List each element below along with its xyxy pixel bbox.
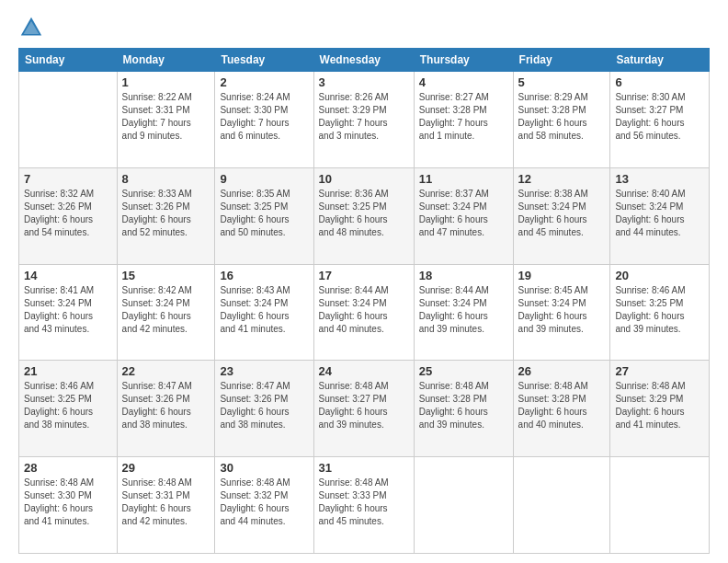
day-cell: 9Sunrise: 8:35 AM Sunset: 3:25 PM Daylig… [215,167,313,264]
day-number: 11 [419,172,508,186]
day-info: Sunrise: 8:30 AM Sunset: 3:27 PM Dayligh… [615,91,704,143]
day-number: 12 [518,172,606,186]
header-row: SundayMondayTuesdayWednesdayThursdayFrid… [19,49,710,72]
day-info: Sunrise: 8:44 AM Sunset: 3:24 PM Dayligh… [419,284,508,336]
day-info: Sunrise: 8:45 AM Sunset: 3:24 PM Dayligh… [518,284,606,336]
day-number: 31 [319,461,409,475]
day-info: Sunrise: 8:38 AM Sunset: 3:24 PM Dayligh… [518,188,606,239]
day-header-wednesday: Wednesday [313,49,414,72]
day-cell: 30Sunrise: 8:48 AM Sunset: 3:32 PM Dayli… [215,457,313,554]
day-info: Sunrise: 8:43 AM Sunset: 3:24 PM Dayligh… [220,284,308,336]
day-cell: 24Sunrise: 8:48 AM Sunset: 3:27 PM Dayli… [313,361,414,457]
day-number: 5 [518,75,606,89]
day-number: 30 [220,461,308,475]
week-row-0: 1Sunrise: 8:22 AM Sunset: 3:31 PM Daylig… [19,72,710,168]
day-header-saturday: Saturday [610,49,710,72]
day-info: Sunrise: 8:48 AM Sunset: 3:33 PM Dayligh… [319,477,409,528]
day-header-tuesday: Tuesday [215,49,313,72]
day-cell: 4Sunrise: 8:27 AM Sunset: 3:28 PM Daylig… [414,72,513,168]
day-info: Sunrise: 8:44 AM Sunset: 3:24 PM Dayligh… [319,284,409,336]
day-number: 7 [24,172,112,186]
day-number: 9 [220,172,308,186]
day-info: Sunrise: 8:48 AM Sunset: 3:27 PM Dayligh… [319,380,409,431]
day-info: Sunrise: 8:29 AM Sunset: 3:28 PM Dayligh… [518,91,606,143]
week-row-3: 21Sunrise: 8:46 AM Sunset: 3:25 PM Dayli… [19,361,710,457]
day-cell [19,72,118,168]
day-info: Sunrise: 8:48 AM Sunset: 3:30 PM Dayligh… [24,477,112,528]
day-header-sunday: Sunday [19,49,118,72]
day-cell: 29Sunrise: 8:48 AM Sunset: 3:31 PM Dayli… [117,457,215,554]
logo-icon [18,15,44,40]
day-cell: 2Sunrise: 8:24 AM Sunset: 3:30 PM Daylig… [215,72,313,168]
day-info: Sunrise: 8:27 AM Sunset: 3:28 PM Dayligh… [419,91,508,143]
day-number: 8 [122,172,210,186]
day-cell: 11Sunrise: 8:37 AM Sunset: 3:24 PM Dayli… [414,167,513,264]
day-cell: 13Sunrise: 8:40 AM Sunset: 3:24 PM Dayli… [610,167,710,264]
day-info: Sunrise: 8:48 AM Sunset: 3:28 PM Dayligh… [419,380,508,431]
day-cell: 19Sunrise: 8:45 AM Sunset: 3:24 PM Dayli… [513,264,610,361]
day-info: Sunrise: 8:33 AM Sunset: 3:26 PM Dayligh… [122,188,210,239]
calendar-table: SundayMondayTuesdayWednesdayThursdayFrid… [18,48,710,554]
day-header-friday: Friday [513,49,610,72]
day-cell: 17Sunrise: 8:44 AM Sunset: 3:24 PM Dayli… [313,264,414,361]
day-cell: 10Sunrise: 8:36 AM Sunset: 3:25 PM Dayli… [313,167,414,264]
day-info: Sunrise: 8:40 AM Sunset: 3:24 PM Dayligh… [615,188,704,239]
day-number: 27 [615,364,704,378]
day-number: 26 [518,364,606,378]
day-number: 13 [615,172,704,186]
day-info: Sunrise: 8:22 AM Sunset: 3:31 PM Dayligh… [122,91,210,143]
day-info: Sunrise: 8:36 AM Sunset: 3:25 PM Dayligh… [319,188,409,239]
day-cell: 1Sunrise: 8:22 AM Sunset: 3:31 PM Daylig… [117,72,215,168]
day-number: 21 [24,364,112,378]
day-cell: 6Sunrise: 8:30 AM Sunset: 3:27 PM Daylig… [610,72,710,168]
day-info: Sunrise: 8:48 AM Sunset: 3:31 PM Dayligh… [122,477,210,528]
day-number: 10 [319,172,409,186]
day-number: 2 [220,75,308,89]
day-info: Sunrise: 8:42 AM Sunset: 3:24 PM Dayligh… [122,284,210,336]
day-header-monday: Monday [117,49,215,72]
page: SundayMondayTuesdayWednesdayThursdayFrid… [0,0,728,563]
day-info: Sunrise: 8:47 AM Sunset: 3:26 PM Dayligh… [122,380,210,431]
day-cell: 15Sunrise: 8:42 AM Sunset: 3:24 PM Dayli… [117,264,215,361]
day-info: Sunrise: 8:24 AM Sunset: 3:30 PM Dayligh… [220,91,308,143]
day-number: 17 [319,269,409,282]
day-cell: 27Sunrise: 8:48 AM Sunset: 3:29 PM Dayli… [610,361,710,457]
day-cell: 28Sunrise: 8:48 AM Sunset: 3:30 PM Dayli… [19,457,118,554]
day-cell: 12Sunrise: 8:38 AM Sunset: 3:24 PM Dayli… [513,167,610,264]
day-cell: 25Sunrise: 8:48 AM Sunset: 3:28 PM Dayli… [414,361,513,457]
day-info: Sunrise: 8:32 AM Sunset: 3:26 PM Dayligh… [24,188,112,239]
day-cell: 16Sunrise: 8:43 AM Sunset: 3:24 PM Dayli… [215,264,313,361]
day-number: 29 [122,461,210,475]
logo [18,15,48,40]
day-info: Sunrise: 8:35 AM Sunset: 3:25 PM Dayligh… [220,188,308,239]
week-row-2: 14Sunrise: 8:41 AM Sunset: 3:24 PM Dayli… [19,264,710,361]
day-cell [513,457,610,554]
day-cell: 3Sunrise: 8:26 AM Sunset: 3:29 PM Daylig… [313,72,414,168]
day-number: 25 [419,364,508,378]
day-info: Sunrise: 8:48 AM Sunset: 3:29 PM Dayligh… [615,380,704,431]
day-number: 16 [220,269,308,282]
day-info: Sunrise: 8:26 AM Sunset: 3:29 PM Dayligh… [319,91,409,143]
day-cell: 7Sunrise: 8:32 AM Sunset: 3:26 PM Daylig… [19,167,118,264]
day-cell: 18Sunrise: 8:44 AM Sunset: 3:24 PM Dayli… [414,264,513,361]
day-number: 24 [319,364,409,378]
week-row-4: 28Sunrise: 8:48 AM Sunset: 3:30 PM Dayli… [19,457,710,554]
day-number: 18 [419,269,508,282]
day-cell [414,457,513,554]
week-row-1: 7Sunrise: 8:32 AM Sunset: 3:26 PM Daylig… [19,167,710,264]
day-number: 6 [615,75,704,89]
day-cell [610,457,710,554]
day-number: 15 [122,269,210,282]
day-info: Sunrise: 8:46 AM Sunset: 3:25 PM Dayligh… [24,380,112,431]
day-number: 20 [615,269,704,282]
day-info: Sunrise: 8:48 AM Sunset: 3:28 PM Dayligh… [518,380,606,431]
day-cell: 21Sunrise: 8:46 AM Sunset: 3:25 PM Dayli… [19,361,118,457]
day-cell: 22Sunrise: 8:47 AM Sunset: 3:26 PM Dayli… [117,361,215,457]
day-info: Sunrise: 8:41 AM Sunset: 3:24 PM Dayligh… [24,284,112,336]
day-cell: 23Sunrise: 8:47 AM Sunset: 3:26 PM Dayli… [215,361,313,457]
day-cell: 5Sunrise: 8:29 AM Sunset: 3:28 PM Daylig… [513,72,610,168]
day-number: 23 [220,364,308,378]
day-cell: 20Sunrise: 8:46 AM Sunset: 3:25 PM Dayli… [610,264,710,361]
day-number: 28 [24,461,112,475]
day-number: 14 [24,269,112,282]
